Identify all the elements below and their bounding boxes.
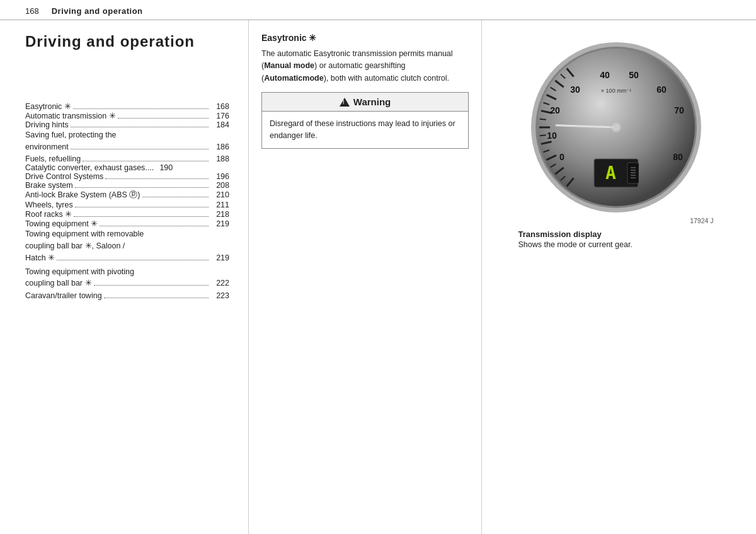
toc-item-label: Fuels, refuelling <box>25 154 81 163</box>
section-text: The automatic Easytronic transmission pe… <box>261 48 469 84</box>
svg-text:60: 60 <box>656 84 667 95</box>
toc-page: 210 <box>210 190 229 199</box>
toc-item-label: Automatic transmission ✳ <box>25 111 116 120</box>
svg-text:40: 40 <box>600 70 610 80</box>
header-page-num: 168 <box>25 6 39 16</box>
svg-text:10: 10 <box>547 131 557 141</box>
toc-page: 211 <box>210 200 229 209</box>
left-column: Driving and operation Easytronic ✳ 168 A… <box>0 20 249 534</box>
toc-item: Towing equipment ✳ 219 <box>25 219 229 228</box>
toc-item: Roof racks ✳ 218 <box>25 209 229 219</box>
warning-body: Disregard of these instructions may lead… <box>262 112 468 148</box>
toc-item-label: Caravan/trailer towing <box>25 291 102 300</box>
section-title: Easytronic ✳ <box>261 33 469 43</box>
svg-line-15 <box>539 135 546 136</box>
svg-text:50: 50 <box>629 70 639 80</box>
toc-page: 176 <box>210 112 229 120</box>
svg-text:0: 0 <box>559 152 564 162</box>
toc-item-label: Towing equipment ✳ <box>25 219 98 228</box>
toc-item: Brake system 208 <box>25 181 229 190</box>
svg-text:× 100 mm⁻¹: × 100 mm⁻¹ <box>600 88 631 94</box>
svg-text:20: 20 <box>550 105 560 115</box>
toc-item: Anti-lock Brake System (ABS ⓟ) 210 <box>25 190 229 200</box>
toc-item: Towing equipment with removable coupling… <box>25 228 229 264</box>
warning-header: Warning <box>262 93 468 112</box>
toc-dots <box>105 178 209 179</box>
toc-item: Driving hints 184 <box>25 120 229 129</box>
toc-page: 190 <box>154 163 173 172</box>
toc-dots <box>57 260 209 260</box>
svg-line-16 <box>539 119 546 120</box>
toc-item-label2: environment <box>25 141 69 153</box>
speedometer-svg: 0 10 20 30 40 50 60 70 80 <box>518 39 714 216</box>
toc-page: 186 <box>210 142 229 151</box>
image-caption: 17924 J <box>518 217 714 224</box>
speedometer-container: 0 10 20 30 40 50 60 70 80 <box>518 39 714 216</box>
toc-dots <box>75 207 209 207</box>
toc-dots <box>83 161 209 161</box>
toc-dots <box>75 187 209 188</box>
toc-dots <box>73 108 209 109</box>
toc-item-label: Driving hints <box>25 120 69 129</box>
page-content: Driving and operation Easytronic ✳ 168 A… <box>0 20 756 534</box>
toc-page: 196 <box>210 172 229 181</box>
page-header: 168 Driving and operation <box>0 0 756 20</box>
toc-item-label: Easytronic ✳ <box>25 102 71 111</box>
toc-page: 208 <box>210 181 229 190</box>
toc-item: Fuels, refuelling 188 <box>25 154 229 163</box>
toc-dots <box>118 118 209 119</box>
toc-item-label: Wheels, tyres <box>25 200 73 209</box>
toc-page: 218 <box>210 210 229 219</box>
toc-item-label: Saving fuel, protecting the <box>25 129 229 141</box>
toc-list: Easytronic ✳ 168 Automatic transmission … <box>25 102 229 300</box>
toc-dots <box>74 216 209 217</box>
toc-item-label: Towing equipment with removable <box>25 228 229 240</box>
toc-item: Towing equipment with pivoting coupling … <box>25 266 229 290</box>
toc-item-label: Catalytic converter, exhaust gases.... <box>25 163 154 172</box>
toc-item: Catalytic converter, exhaust gases.... 1… <box>25 163 229 172</box>
toc-item: Automatic transmission ✳ 176 <box>25 111 229 120</box>
toc-item-label3: Hatch ✳ <box>25 252 55 264</box>
toc-page: 219 <box>210 219 229 228</box>
toc-dots <box>104 298 209 298</box>
toc-page: 223 <box>210 291 229 300</box>
svg-text:A: A <box>605 163 616 183</box>
toc-item: Saving fuel, protecting the environment … <box>25 129 229 153</box>
toc-item: Easytronic ✳ 168 <box>25 102 229 111</box>
page-wrapper: 168 Driving and operation Driving and op… <box>0 0 756 534</box>
right-column: 0 10 20 30 40 50 60 70 80 <box>482 20 756 534</box>
toc-item: Wheels, tyres 211 <box>25 200 229 209</box>
toc-dots <box>94 285 209 286</box>
toc-item: Caravan/trailer towing 223 <box>25 291 229 300</box>
transmission-display-label: Transmission display <box>518 229 714 239</box>
svg-text:30: 30 <box>570 84 580 95</box>
transmission-display-desc: Shows the mode or current gear. <box>518 239 714 251</box>
toc-page: 222 <box>210 279 229 287</box>
toc-dots <box>71 127 209 127</box>
warning-title: Warning <box>353 96 391 107</box>
toc-item: Drive Control Systems 196 <box>25 172 229 181</box>
toc-item-label2: coupling ball bar ✳ <box>25 277 92 289</box>
toc-page: 188 <box>210 154 229 163</box>
middle-column: Easytronic ✳ The automatic Easytronic tr… <box>249 20 482 534</box>
toc-page: 184 <box>210 120 229 129</box>
toc-item-label: Anti-lock Brake System (ABS ⓟ) <box>25 190 140 200</box>
toc-item-label: Towing equipment with pivoting <box>25 266 229 278</box>
warning-box: Warning Disregard of these instructions … <box>261 92 469 149</box>
svg-text:80: 80 <box>673 152 683 162</box>
chapter-title: Driving and operation <box>25 33 229 51</box>
toc-page: 219 <box>210 253 229 262</box>
warning-triangle-icon <box>340 98 350 107</box>
toc-item-label: Brake system <box>25 181 73 190</box>
toc-page: 168 <box>210 102 229 111</box>
toc-dots <box>100 226 209 226</box>
toc-item-label: Roof racks ✳ <box>25 209 72 219</box>
svg-text:70: 70 <box>674 105 684 115</box>
toc-item-label2: coupling ball bar ✳, Saloon / <box>25 240 229 252</box>
toc-dots <box>71 149 209 149</box>
toc-item-label: Drive Control Systems <box>25 172 103 181</box>
header-title: Driving and operation <box>52 6 143 16</box>
toc-dots <box>142 197 209 197</box>
